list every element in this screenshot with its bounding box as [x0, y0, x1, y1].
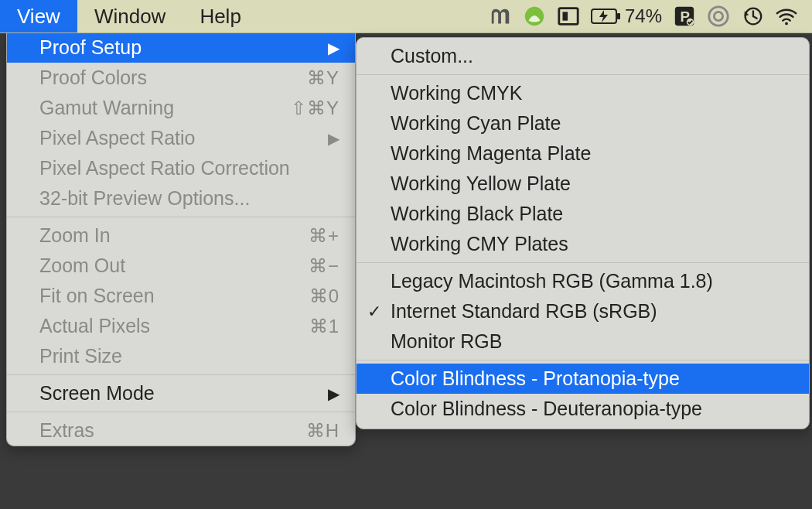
cloud-sync-icon[interactable] — [707, 5, 730, 28]
menu-item-label: Actual Pixels — [39, 315, 309, 337]
parking-app-icon[interactable]: P — [673, 5, 696, 28]
submenu-item-label: Working Yellow Plate — [391, 173, 793, 195]
mamp-icon[interactable] — [489, 5, 512, 28]
menu-separator — [7, 412, 355, 412]
menu-item: Pixel Aspect Ratio Correction — [7, 153, 355, 183]
submenu-item-label: Color Blindness - Protanopia-type — [391, 367, 793, 390]
menu-item-label: Print Size — [39, 345, 339, 367]
menubar-label: Window — [94, 5, 165, 29]
menu-item-label: Extras — [39, 419, 306, 442]
menu-item-label: 32-bit Preview Options... — [39, 187, 339, 210]
menubar-label: Help — [200, 5, 241, 29]
menu-shortcut: ⌘H — [306, 420, 339, 442]
wifi-icon[interactable] — [775, 5, 798, 28]
menu-item: Pixel Aspect Ratio▶ — [7, 123, 355, 153]
submenu-item[interactable]: Working CMY Plates — [357, 229, 809, 259]
menu-shortcut: ⌘− — [309, 255, 339, 277]
menubar-item-view[interactable]: View — [0, 0, 77, 32]
menu-shortcut: ⌘0 — [309, 285, 339, 307]
menu-item[interactable]: Proof Setup▶ — [7, 32, 355, 63]
menu-item-label: Zoom Out — [39, 254, 309, 277]
menu-item-label: Pixel Aspect Ratio — [39, 127, 328, 149]
view-menu: Proof Setup▶Proof Colors⌘YGamut Warning⇧… — [6, 32, 356, 446]
menubar-status-area: 74% P — [489, 0, 812, 32]
menu-item: Fit on Screen⌘0 — [7, 281, 355, 311]
battery-percent: 74% — [625, 5, 662, 27]
menu-shortcut: ⌘Y — [307, 67, 339, 89]
menubar: View Window Help 74% P — [0, 0, 812, 33]
svg-point-9 — [709, 7, 728, 26]
menu-item: 32-bit Preview Options... — [7, 183, 355, 214]
submenu-item[interactable]: Working Magenta Plate — [357, 138, 809, 169]
submenu-item-label: Working Black Plate — [391, 203, 793, 225]
submenu-item[interactable]: Legacy Macintosh RGB (Gamma 1.8) — [357, 266, 809, 296]
menu-separator — [7, 217, 355, 217]
submenu-item-label: Working Magenta Plate — [391, 142, 793, 165]
submenu-item[interactable]: Color Blindness - Deuteranopia-type — [357, 394, 809, 424]
svg-rect-4 — [617, 13, 620, 19]
menu-item-label: Gamut Warning — [39, 97, 291, 119]
menu-item: Extras⌘H — [7, 415, 355, 446]
svg-point-12 — [785, 22, 788, 26]
svg-rect-2 — [562, 12, 568, 20]
menu-item: Print Size — [7, 341, 355, 371]
submenu-item[interactable]: Working CMYK — [357, 78, 809, 108]
submenu-item[interactable]: ✓Internet Standard RGB (sRGB) — [357, 296, 809, 326]
submenu-item-label: Monitor RGB — [391, 330, 793, 353]
menu-separator — [357, 262, 809, 263]
menubar-item-window[interactable]: Window — [77, 0, 183, 32]
square-toggle-icon[interactable] — [557, 5, 580, 28]
menubar-spacer — [258, 0, 489, 32]
menubar-left: View Window Help — [0, 0, 258, 32]
menu-separator — [357, 360, 809, 360]
menu-item: Gamut Warning⇧⌘Y — [7, 93, 355, 123]
menu-separator — [357, 74, 809, 75]
submenu-arrow-icon: ▶ — [328, 129, 339, 148]
submenu-arrow-icon: ▶ — [328, 39, 339, 57]
svg-rect-1 — [559, 9, 578, 25]
menu-shortcut: ⇧⌘Y — [291, 97, 339, 119]
menu-item-label: Proof Setup — [39, 36, 328, 59]
submenu-item-label: Internet Standard RGB (sRGB) — [391, 300, 793, 323]
submenu-item-label: Working Cyan Plate — [391, 112, 793, 135]
menu-item: Actual Pixels⌘1 — [7, 311, 355, 341]
menu-item-label: Fit on Screen — [39, 285, 309, 307]
menu-item-label: Screen Mode — [39, 382, 328, 405]
svg-marker-5 — [599, 10, 608, 22]
menu-item-label: Zoom In — [39, 224, 309, 247]
submenu-item-label: Working CMYK — [391, 82, 793, 104]
green-circle-icon[interactable] — [523, 5, 546, 28]
submenu-item-label: Custom... — [391, 45, 793, 67]
submenu-item[interactable]: Monitor RGB — [357, 326, 809, 357]
menu-shortcut: ⌘+ — [309, 225, 339, 247]
submenu-item[interactable]: Working Black Plate — [357, 199, 809, 229]
menu-item-label: Proof Colors — [39, 67, 307, 89]
menu-item: Proof Colors⌘Y — [7, 63, 355, 93]
submenu-item-label: Color Blindness - Deuteranopia-type — [391, 398, 793, 420]
proof-setup-submenu: Custom...Working CMYKWorking Cyan PlateW… — [356, 37, 810, 429]
checkmark-icon: ✓ — [367, 302, 381, 322]
battery-status[interactable]: 74% — [591, 5, 662, 27]
menu-item[interactable]: Screen Mode▶ — [7, 378, 355, 408]
menu-item: Zoom Out⌘− — [7, 251, 355, 281]
menu-shortcut: ⌘1 — [309, 316, 339, 337]
menu-separator — [7, 374, 355, 375]
submenu-item[interactable]: Working Cyan Plate — [357, 108, 809, 138]
submenu-arrow-icon: ▶ — [328, 384, 339, 403]
time-machine-icon[interactable] — [741, 5, 764, 28]
svg-point-10 — [714, 12, 722, 20]
menu-item-label: Pixel Aspect Ratio Correction — [39, 157, 339, 179]
submenu-item-label: Working CMY Plates — [391, 233, 793, 255]
menu-item: Zoom In⌘+ — [7, 220, 355, 251]
submenu-item-label: Legacy Macintosh RGB (Gamma 1.8) — [391, 270, 793, 292]
submenu-item[interactable]: Custom... — [357, 41, 809, 71]
menubar-label: View — [17, 5, 60, 29]
submenu-item[interactable]: Color Blindness - Protanopia-type — [357, 364, 809, 394]
submenu-item[interactable]: Working Yellow Plate — [357, 169, 809, 199]
menubar-item-help[interactable]: Help — [183, 0, 258, 32]
